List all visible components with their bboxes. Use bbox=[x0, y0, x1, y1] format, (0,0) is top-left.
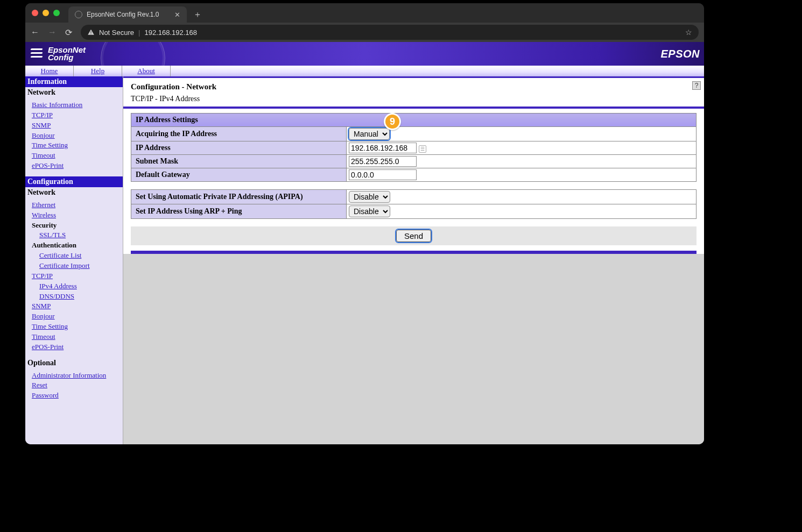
sidebar-link-dns-ddns[interactable]: DNS/DDNS bbox=[32, 292, 123, 302]
gateway-input[interactable] bbox=[349, 169, 417, 180]
sidebar-link-administrator-information[interactable]: Administrator Information bbox=[32, 371, 123, 381]
page-title: Configuration - Network bbox=[131, 82, 697, 91]
row-acquire: Acquiring the IP Address Manual bbox=[131, 127, 697, 141]
menu-home[interactable]: Home bbox=[25, 66, 74, 76]
menu-home-link[interactable]: Home bbox=[41, 67, 58, 75]
sidebar-link-snmp-cfg[interactable]: SNMP bbox=[32, 301, 123, 311]
autofill-icon[interactable]: ☰ bbox=[419, 145, 426, 153]
page-subtitle: TCP/IP - IPv4 Address bbox=[131, 95, 697, 103]
address-bar[interactable]: Not Secure | 192.168.192.168 ☆ bbox=[81, 25, 699, 40]
callout-badge-9: 9 bbox=[384, 113, 401, 130]
sidebar-link-bonjour-info[interactable]: Bonjour bbox=[32, 131, 123, 141]
label-acquire: Acquiring the IP Address bbox=[131, 127, 347, 141]
content-header: ? Configuration - Network TCP/IP - IPv4 … bbox=[123, 76, 704, 107]
back-button[interactable]: ← bbox=[31, 27, 39, 37]
sidebar-group-network-cfg: Network bbox=[25, 187, 123, 198]
bookmark-icon[interactable]: ☆ bbox=[685, 28, 692, 37]
bottom-divider bbox=[131, 251, 697, 254]
sidebar-label-authentication: Authentication bbox=[32, 240, 123, 251]
sidebar-link-epos-print-info[interactable]: ePOS-Print bbox=[32, 161, 123, 171]
sidebar-info-links: Basic Information TCP/IP SNMP Bonjour Ti… bbox=[25, 98, 123, 176]
sidebar-link-ipv4-address[interactable]: IPv4 Address bbox=[32, 281, 123, 292]
sidebar-link-snmp-info[interactable]: SNMP bbox=[32, 120, 123, 131]
reload-button[interactable]: ⟳ bbox=[65, 27, 72, 38]
warning-icon bbox=[87, 29, 95, 36]
svg-rect-1 bbox=[90, 33, 91, 34]
sidebar-link-wireless[interactable]: Wireless bbox=[32, 210, 123, 221]
menu-about-link[interactable]: About bbox=[137, 67, 155, 75]
browser-toolbar: ← → ⟳ Not Secure | 192.168.192.168 ☆ bbox=[25, 23, 704, 42]
section-header-ip-settings: IP Address Settings bbox=[131, 114, 697, 127]
sidebar-optional-links: Administrator Information Reset Password bbox=[25, 368, 123, 407]
apipa-select[interactable]: Disable bbox=[349, 191, 390, 203]
sidebar-link-ethernet[interactable]: Ethernet bbox=[32, 200, 123, 210]
menu-help-link[interactable]: Help bbox=[91, 67, 104, 75]
sidebar: Information Network Basic Information TC… bbox=[25, 76, 123, 444]
forward-button[interactable]: → bbox=[48, 27, 57, 37]
sidebar-link-tcpip-info[interactable]: TCP/IP bbox=[32, 110, 123, 120]
sidebar-link-password[interactable]: Password bbox=[32, 391, 123, 401]
close-tab-icon[interactable]: ✕ bbox=[174, 11, 180, 19]
window-controls bbox=[32, 10, 60, 16]
label-arp: Set IP Address Using ARP + Ping bbox=[131, 204, 347, 219]
browser-tab[interactable]: EpsonNet Config Rev.1.0 ✕ bbox=[68, 6, 187, 23]
row-ip: IP Address ☰ bbox=[131, 141, 697, 155]
field-gateway bbox=[347, 168, 697, 182]
label-mask: Subnet Mask bbox=[131, 155, 347, 168]
sidebar-link-timeout-info[interactable]: Timeout bbox=[32, 151, 123, 161]
content-area: ? Configuration - Network TCP/IP - IPv4 … bbox=[123, 76, 704, 444]
sidebar-label-security: Security bbox=[32, 221, 123, 231]
field-ip: ☰ bbox=[347, 141, 697, 155]
help-icon[interactable]: ? bbox=[692, 81, 701, 90]
row-arp: Set IP Address Using ARP + Ping Disable bbox=[131, 204, 697, 219]
label-gateway: Default Gateway bbox=[131, 168, 347, 182]
label-apipa: Set Using Automatic Private IP Addressin… bbox=[131, 190, 347, 204]
field-apipa: Disable bbox=[347, 190, 697, 204]
ip-input[interactable] bbox=[349, 143, 417, 153]
send-button[interactable]: Send bbox=[396, 230, 431, 242]
sidebar-section-information: Information bbox=[25, 76, 123, 87]
row-gateway: Default Gateway bbox=[131, 168, 697, 182]
logo-text: EpsonNet Config bbox=[48, 46, 86, 62]
globe-icon bbox=[75, 11, 82, 18]
label-ip: IP Address bbox=[131, 141, 347, 155]
url-text: 192.168.192.168 bbox=[144, 29, 197, 37]
row-mask: Subnet Mask bbox=[131, 155, 697, 168]
form-area: 9 IP Address Settings Acquiring the IP A… bbox=[123, 109, 704, 254]
sidebar-group-network-info: Network bbox=[25, 87, 123, 98]
menu-about[interactable]: About bbox=[122, 66, 171, 76]
sidebar-link-certificate-list[interactable]: Certificate List bbox=[32, 251, 123, 261]
close-window-icon[interactable] bbox=[32, 10, 38, 16]
new-tab-button[interactable]: ＋ bbox=[193, 9, 202, 20]
sidebar-link-basic-information[interactable]: Basic Information bbox=[32, 100, 123, 110]
sidebar-link-reset[interactable]: Reset bbox=[32, 380, 123, 391]
sidebar-link-epos-print-cfg[interactable]: ePOS-Print bbox=[32, 342, 123, 352]
mask-input[interactable] bbox=[349, 156, 417, 167]
field-acquire: Manual bbox=[347, 127, 697, 141]
field-arp: Disable bbox=[347, 204, 697, 219]
sidebar-link-time-setting-info[interactable]: Time Setting bbox=[32, 140, 123, 151]
logo-line2: Config bbox=[48, 54, 86, 61]
sidebar-link-bonjour-cfg[interactable]: Bonjour bbox=[32, 311, 123, 322]
separator: | bbox=[138, 29, 140, 37]
menubar: Home Help About bbox=[25, 66, 704, 76]
sidebar-link-ssl-tls[interactable]: SSL/TLS bbox=[32, 230, 123, 240]
ip-settings-table: IP Address Settings Acquiring the IP Add… bbox=[131, 113, 697, 182]
row-apipa: Set Using Automatic Private IP Addressin… bbox=[131, 190, 697, 204]
menu-help[interactable]: Help bbox=[74, 66, 122, 76]
sidebar-section-configuration: Configuration bbox=[25, 176, 123, 187]
sidebar-link-certificate-import[interactable]: Certificate Import bbox=[32, 261, 123, 271]
acquire-select[interactable]: Manual bbox=[349, 128, 390, 140]
titlebar: EpsonNet Config Rev.1.0 ✕ ＋ bbox=[25, 3, 704, 23]
tab-title: EpsonNet Config Rev.1.0 bbox=[87, 11, 159, 18]
browser-window: EpsonNet Config Rev.1.0 ✕ ＋ ← → ⟳ Not Se… bbox=[25, 3, 704, 444]
sidebar-link-tcpip-cfg[interactable]: TCP/IP bbox=[32, 271, 123, 281]
brand-label: EPSON bbox=[660, 48, 700, 60]
sidebar-link-time-setting-cfg[interactable]: Time Setting bbox=[32, 322, 123, 332]
arp-select[interactable]: Disable bbox=[349, 205, 390, 217]
sidebar-link-timeout-cfg[interactable]: Timeout bbox=[32, 332, 123, 342]
minimize-window-icon[interactable] bbox=[43, 10, 49, 16]
fullscreen-window-icon[interactable] bbox=[53, 10, 60, 16]
page-content: EpsonNet Config EPSON Home Help About In… bbox=[25, 42, 704, 444]
not-secure-label: Not Secure bbox=[99, 29, 134, 37]
